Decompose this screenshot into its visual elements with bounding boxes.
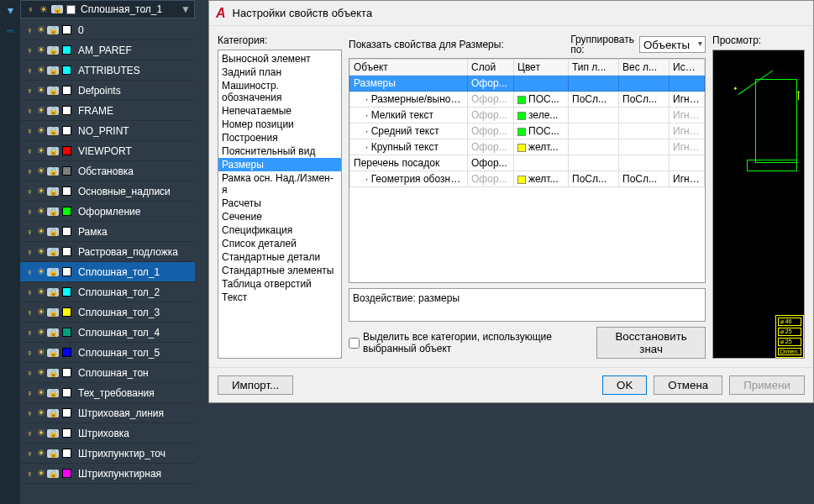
layer-row[interactable]: ♀☀🔓Штрихпунктирная [20,464,195,484]
lightbulb-icon[interactable]: ♀ [24,328,35,338]
lock-icon[interactable]: 🔓 [47,328,59,337]
sun-icon[interactable]: ☀ [35,24,47,35]
lock-icon[interactable]: 🔓 [47,167,59,176]
sun-icon[interactable]: ☀ [35,105,47,116]
lightbulb-icon[interactable]: ♀ [24,388,35,398]
category-item[interactable]: Сечение [218,210,341,223]
lightbulb-icon[interactable]: ♀ [24,227,35,237]
layer-row[interactable]: ♀☀🔓Основные_надписи [20,181,195,202]
lock-icon[interactable]: 🔓 [47,26,59,34]
lock-icon[interactable]: 🔓 [47,449,59,458]
sun-icon[interactable]: ☀ [35,145,47,156]
lock-icon[interactable]: 🔓 [47,349,59,357]
grid-header[interactable]: Использ... [670,60,705,76]
sun-icon[interactable]: ☀ [35,206,47,217]
category-item[interactable]: Задний план [218,66,341,79]
category-item[interactable]: Расчеты [218,197,341,210]
layer-row[interactable]: ♀☀🔓Сплошная_тол_2 [20,282,195,302]
category-item[interactable]: Список деталей [218,237,341,250]
lock-icon[interactable]: 🔓 [47,147,59,155]
sun-icon[interactable]: ☀ [35,286,47,297]
grid-row[interactable]: РазмерыОфор... [350,76,705,92]
layer-row[interactable]: ♀☀🔓AM_PAREF [20,40,195,60]
lightbulb-icon[interactable]: ♀ [24,449,35,459]
lightbulb-icon[interactable]: ♀ [24,408,35,418]
toolbar-icon-1[interactable]: ▾ [0,0,20,20]
sun-icon[interactable]: ☀ [35,246,47,257]
lightbulb-icon[interactable]: ♀ [24,66,35,76]
category-item[interactable]: Таблица отверстий [218,277,341,291]
grid-row[interactable]: · Мелкий текстОфор...зеле...Игнор. н... [350,108,705,123]
lightbulb-icon[interactable]: ♀ [24,146,35,156]
current-layer-combo[interactable]: ♀ ☀ 🔓 Сплошная_тол_1 ▼ [20,0,195,18]
grid-header[interactable]: Тип л... [569,60,619,76]
layer-row[interactable]: ♀☀🔓ATTRIBUTES [20,60,195,81]
lock-icon[interactable]: 🔓 [47,429,59,438]
sun-icon[interactable]: ☀ [35,407,47,418]
grid-header[interactable]: Цвет [514,60,569,76]
highlight-all-checkbox[interactable] [349,338,360,349]
lock-icon[interactable]: 🔓 [47,87,59,95]
grid-row[interactable]: · Размерные/выносн...Офор...ПОС...ПоСл..… [350,92,705,108]
grid-header[interactable]: Слой [468,60,514,76]
sun-icon[interactable]: ☀ [35,307,47,318]
lock-icon[interactable]: 🔓 [47,389,59,397]
layer-row[interactable]: ♀☀🔓FRAME [20,101,195,121]
lightbulb-icon[interactable]: ♀ [24,126,35,136]
category-item[interactable]: Текст [218,291,341,304]
layer-row[interactable]: ♀☀🔓Сплошная_тол_4 [20,323,195,343]
sun-icon[interactable]: ☀ [35,428,47,438]
category-item[interactable]: Номер позиции [218,118,341,131]
toolbar-icon-2[interactable]: ⎓ [0,20,20,40]
category-item[interactable]: Построения [218,131,341,144]
category-item[interactable]: Пояснительный вид [218,144,341,158]
layer-row[interactable]: ♀☀🔓Растровая_подложка [20,242,195,262]
layer-row[interactable]: ♀☀🔓0 [20,20,195,40]
lightbulb-icon[interactable]: ♀ [24,469,35,479]
grid-header[interactable]: Вес л... [619,60,670,76]
layer-row[interactable]: ♀☀🔓Штриховая_линия [20,403,195,423]
layer-row[interactable]: ♀☀🔓Оформление [20,202,195,222]
lightbulb-icon[interactable]: ♀ [24,207,35,217]
lock-icon[interactable]: 🔓 [47,308,59,317]
sun-icon[interactable]: ☀ [35,327,47,338]
category-item[interactable]: Стандартные элементы [218,264,341,277]
grid-row[interactable]: Перечень посадокОфор... [350,155,705,171]
category-item[interactable]: Рамка осн. Над./Измен-я [218,171,341,197]
grid-header[interactable]: Объект [350,60,468,76]
category-listbox[interactable]: Выносной элементЗадний планМашиностр. об… [218,50,342,359]
import-button[interactable]: Импорт... [218,375,293,395]
lock-icon[interactable]: 🔓 [47,207,59,216]
layer-row[interactable]: ♀☀🔓Сплошная_тол_5 [20,343,195,363]
lightbulb-icon[interactable]: ♀ [24,86,35,96]
layer-row[interactable]: ♀☀🔓Штриховка [20,423,195,444]
category-item[interactable]: Машиностр. обозначения [218,79,341,104]
grid-row[interactable]: · Крупный текстОфор...желт...Игнор. н... [350,139,705,155]
sun-icon[interactable]: ☀ [35,347,47,358]
lock-icon[interactable]: 🔓 [47,470,59,478]
layer-row[interactable]: ♀☀🔓VIEWPORT [20,141,195,161]
grid-row[interactable]: · Геометрия обозначе...Офор...желт...ПоС… [350,171,705,187]
lock-icon[interactable]: 🔓 [47,268,59,276]
layer-row[interactable]: ♀☀🔓Тех_требования [20,383,195,403]
restore-defaults-button[interactable]: Восстановить знач [596,327,706,359]
category-item[interactable]: Выносной элемент [218,52,341,66]
sun-icon[interactable]: ☀ [35,45,47,55]
sun-icon[interactable]: ☀ [35,125,47,136]
lightbulb-icon[interactable]: ♀ [24,368,35,378]
sun-icon[interactable]: ☀ [35,65,47,76]
apply-button[interactable]: Примени [729,375,805,395]
group-by-select[interactable]: Объекты [639,36,706,53]
sun-icon[interactable]: ☀ [35,85,47,96]
lock-icon[interactable]: 🔓 [47,66,59,75]
ok-button[interactable]: OK [602,375,647,395]
sun-icon[interactable]: ☀ [35,448,47,459]
layer-row[interactable]: ♀☀🔓NO_PRINT [20,121,195,141]
sun-icon[interactable]: ☀ [35,226,47,237]
lightbulb-icon[interactable]: ♀ [24,267,35,277]
lock-icon[interactable]: 🔓 [47,288,59,297]
lock-icon[interactable]: 🔓 [47,187,59,196]
category-item[interactable]: Размеры [218,158,341,171]
lock-icon[interactable]: 🔓 [47,46,59,55]
lightbulb-icon[interactable]: ♀ [24,186,35,197]
